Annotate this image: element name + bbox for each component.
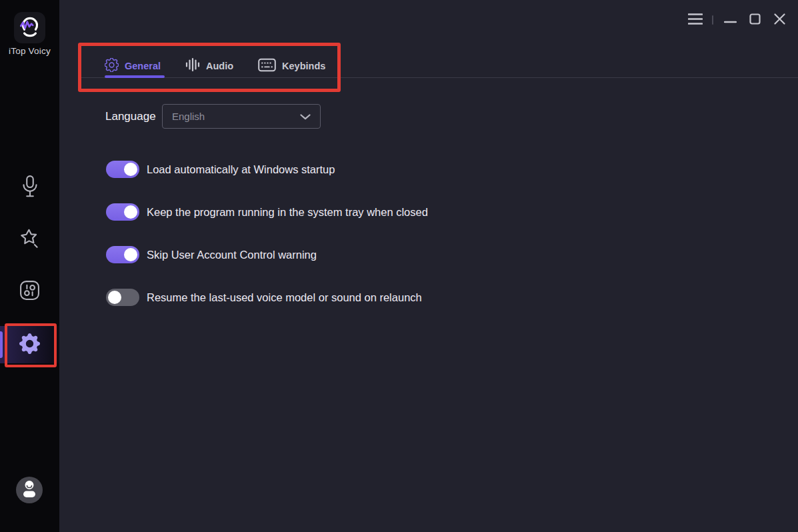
language-dropdown-value: English — [172, 111, 300, 122]
magic-star-icon — [18, 227, 42, 253]
tab-audio[interactable]: Audio — [185, 57, 233, 75]
sidebar-item-settings[interactable] — [0, 326, 59, 363]
tab-keybinds[interactable]: Keybinds — [258, 58, 325, 75]
keyboard-icon — [258, 58, 276, 75]
tab-general[interactable]: General — [105, 58, 161, 75]
tab-general-label: General — [125, 61, 161, 71]
microphone-icon — [19, 175, 41, 201]
tabs-bar: General Audio — [105, 55, 325, 77]
toggle-autostart[interactable] — [106, 161, 139, 178]
gear-icon — [105, 58, 119, 75]
toggle-tray[interactable] — [106, 203, 139, 221]
minimize-button[interactable] — [722, 12, 738, 28]
close-button[interactable] — [771, 12, 787, 28]
setting-row-tray: Keep the program running in the system t… — [106, 203, 428, 221]
maximize-button[interactable] — [747, 12, 763, 28]
user-avatar-icon — [16, 475, 43, 505]
tabs-divider — [81, 77, 798, 78]
app-window: iTop Voicy — [0, 0, 798, 532]
sidebar-item-soundboard[interactable] — [0, 273, 59, 310]
active-tab-underline — [105, 75, 165, 78]
toggle-knob — [108, 291, 121, 304]
language-dropdown[interactable]: English — [162, 104, 321, 129]
toggle-knob — [124, 248, 137, 261]
toggle-resume[interactable] — [106, 289, 139, 306]
tab-keybinds-label: Keybinds — [282, 61, 325, 71]
audio-waveform-icon — [185, 57, 200, 75]
sidebar-item-magic-star[interactable] — [0, 221, 59, 259]
titlebar-controls — [687, 12, 787, 28]
setting-label: Keep the program running in the system t… — [147, 206, 428, 219]
tab-audio-label: Audio — [206, 61, 233, 71]
sidebar-item-microphone[interactable] — [0, 169, 59, 207]
setting-label: Resume the last-used voice model or soun… — [147, 291, 422, 304]
gear-icon — [19, 333, 40, 357]
setting-row-autostart: Load automatically at Windows startup — [106, 161, 335, 178]
app-logo — [14, 12, 45, 43]
menu-icon — [688, 13, 703, 27]
close-icon — [774, 13, 785, 27]
voicy-waveform-logo-icon — [17, 14, 43, 42]
maximize-icon — [749, 13, 761, 27]
chevron-down-icon — [300, 111, 311, 123]
titlebar-separator — [712, 15, 713, 25]
toggle-uac[interactable] — [106, 246, 139, 263]
user-avatar[interactable] — [16, 477, 43, 503]
minimize-icon — [724, 14, 737, 26]
app-name: iTop Voicy — [0, 46, 59, 56]
sidebar-active-indicator — [0, 331, 3, 358]
soundboard-sliders-icon — [19, 279, 41, 304]
setting-row-uac: Skip User Account Control warning — [106, 246, 317, 263]
menu-button[interactable] — [687, 12, 703, 28]
setting-label: Load automatically at Windows startup — [147, 163, 335, 176]
toggle-knob — [124, 205, 137, 219]
setting-row-resume: Resume the last-used voice model or soun… — [106, 289, 422, 306]
language-label: Language — [105, 110, 156, 123]
toggle-knob — [124, 163, 137, 176]
sidebar: iTop Voicy — [0, 0, 59, 532]
setting-label: Skip User Account Control warning — [147, 249, 317, 261]
